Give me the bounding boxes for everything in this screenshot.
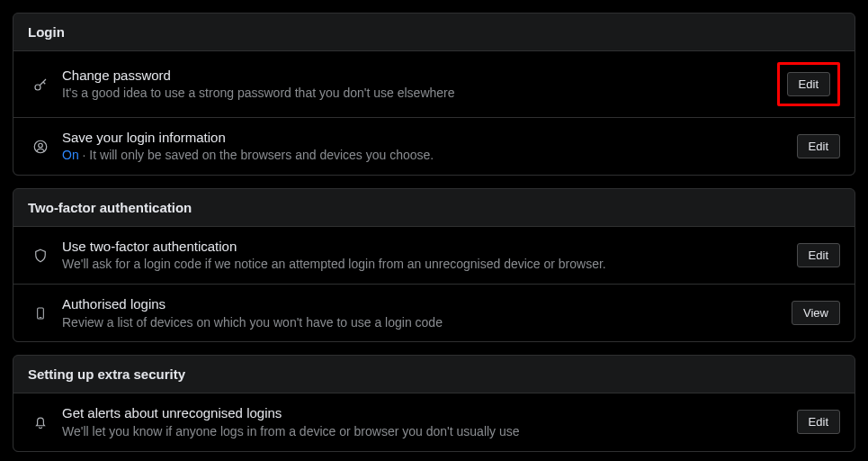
row-subtext: We'll ask for a login code if we notice …: [62, 257, 606, 271]
row-subtext: It's a good idea to use a strong passwor…: [62, 86, 455, 100]
settings-section: Two-factor authenticationUse two-factor …: [13, 188, 855, 342]
row-title: Change password: [62, 67, 766, 85]
svg-point-0: [35, 85, 40, 90]
settings-section: LoginChange passwordIt's a good idea to …: [13, 13, 855, 176]
row-title: Authorised logins: [62, 295, 781, 313]
row-action-wrap: Edit: [777, 62, 840, 106]
key-icon-wrap: [28, 77, 53, 93]
shield-icon-wrap: [28, 248, 53, 264]
row-subtext: Review a list of devices on which you wo…: [62, 315, 443, 330]
edit-button[interactable]: Edit: [797, 410, 840, 434]
row-subtitle: We'll let you know if anyone logs in fro…: [62, 423, 786, 440]
settings-row[interactable]: Save your login informationOn · It will …: [13, 117, 855, 175]
section-header: Login: [13, 14, 855, 50]
settings-row[interactable]: Get alerts about unrecognised loginsWe'l…: [13, 393, 855, 450]
section-header: Two-factor authentication: [13, 189, 855, 226]
settings-row[interactable]: Change passwordIt's a good idea to use a…: [13, 50, 855, 117]
row-action-wrap: Edit: [797, 134, 840, 158]
bell-icon: [32, 414, 49, 430]
row-separator: ·: [79, 148, 90, 162]
row-body: Get alerts about unrecognised loginsWe'l…: [62, 404, 786, 439]
settings-row[interactable]: Use two-factor authenticationWe'll ask f…: [13, 226, 855, 284]
row-action-wrap: Edit: [797, 243, 840, 267]
shield-icon: [32, 248, 49, 264]
settings-section: Setting up extra securityGet alerts abou…: [13, 355, 855, 451]
row-subtitle: On · It will only be saved on the browse…: [62, 147, 786, 164]
row-action-wrap: View: [792, 301, 840, 325]
edit-button[interactable]: Edit: [787, 72, 830, 96]
row-status: On: [62, 148, 79, 162]
bell-icon-wrap: [28, 414, 53, 430]
user-icon: [32, 139, 49, 155]
edit-button[interactable]: Edit: [797, 243, 840, 267]
row-body: Change passwordIt's a good idea to use a…: [62, 67, 766, 102]
key-icon: [32, 77, 49, 93]
phone-icon: [33, 304, 48, 322]
row-body: Authorised loginsReview a list of device…: [62, 295, 781, 330]
row-subtext: We'll let you know if anyone logs in fro…: [62, 424, 520, 438]
row-subtitle: Review a list of devices on which you wo…: [62, 314, 781, 331]
phone-icon-wrap: [28, 304, 53, 322]
view-button[interactable]: View: [792, 301, 840, 325]
row-subtext: It will only be saved on the browsers an…: [89, 148, 434, 162]
row-subtitle: We'll ask for a login code if we notice …: [62, 256, 786, 273]
edit-button[interactable]: Edit: [797, 134, 840, 158]
svg-point-2: [39, 143, 43, 148]
row-body: Use two-factor authenticationWe'll ask f…: [62, 238, 786, 273]
settings-row[interactable]: Authorised loginsReview a list of device…: [13, 284, 855, 341]
row-body: Save your login informationOn · It will …: [62, 129, 786, 164]
row-action-wrap: Edit: [797, 410, 840, 434]
user-icon-wrap: [28, 139, 53, 155]
row-subtitle: It's a good idea to use a strong passwor…: [62, 85, 766, 102]
section-header: Setting up extra security: [13, 356, 855, 393]
row-title: Use two-factor authentication: [62, 238, 786, 256]
row-title: Get alerts about unrecognised logins: [62, 404, 786, 422]
row-title: Save your login information: [62, 129, 786, 147]
